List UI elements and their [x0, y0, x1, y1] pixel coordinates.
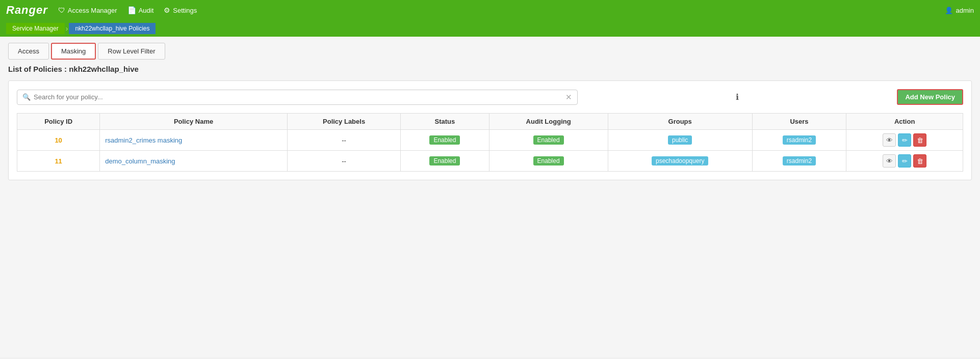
- cell-status: Enabled: [401, 151, 489, 172]
- page-title: List of Policies : nkh22whcllap_hive: [8, 65, 972, 73]
- username-label: admin: [956, 7, 974, 14]
- col-action: Action: [846, 114, 963, 130]
- cell-audit-logging: Enabled: [489, 151, 608, 172]
- add-new-policy-button[interactable]: Add New Policy: [897, 89, 963, 105]
- cell-groups: psechadoopquery: [608, 151, 752, 172]
- audit-badge: Enabled: [533, 135, 564, 145]
- gear-icon: ⚙: [164, 6, 170, 14]
- view-icon[interactable]: 👁: [883, 154, 896, 168]
- cell-policy-name: demo_column_masking: [100, 151, 288, 172]
- col-audit-logging: Audit Logging: [489, 114, 608, 130]
- delete-icon[interactable]: 🗑: [913, 154, 926, 168]
- nav-settings[interactable]: ⚙ Settings: [164, 6, 197, 14]
- user-icon: 👤: [945, 7, 953, 14]
- search-clear-icon[interactable]: ✕: [565, 93, 572, 102]
- status-badge: Enabled: [429, 135, 460, 145]
- table-row: 11 demo_column_masking -- Enabled Enable…: [17, 151, 963, 172]
- cell-policy-name: rsadmin2_crimes masking: [100, 130, 288, 151]
- breadcrumb-bar: Service Manager › nkh22whcllap_hive Poli…: [0, 20, 980, 37]
- audit-badge: Enabled: [533, 156, 564, 165]
- edit-icon[interactable]: ✏: [898, 133, 911, 147]
- user-badge: rsadmin2: [783, 156, 816, 165]
- policy-name-link[interactable]: rsadmin2_crimes masking: [105, 136, 182, 144]
- navbar-left: Ranger 🛡 Access Manager 📄 Audit ⚙ Settin…: [6, 4, 197, 17]
- cell-policy-labels: --: [287, 151, 400, 172]
- cell-groups: public: [608, 130, 752, 151]
- cell-policy-id: 11: [17, 151, 100, 172]
- search-input[interactable]: [34, 93, 565, 101]
- policies-table: Policy ID Policy Name Policy Labels Stat…: [17, 113, 963, 172]
- col-policy-name: Policy Name: [100, 114, 288, 130]
- breadcrumb-service-manager[interactable]: Service Manager: [6, 23, 65, 34]
- cell-audit-logging: Enabled: [489, 130, 608, 151]
- status-badge: Enabled: [429, 156, 460, 165]
- main-card: 🔍 ✕ ℹ Add New Policy Policy ID Policy Na…: [8, 80, 972, 180]
- group-badge: psechadoopquery: [652, 156, 708, 165]
- col-status: Status: [401, 114, 489, 130]
- group-badge: public: [668, 135, 692, 145]
- user-info: 👤 admin: [945, 7, 974, 14]
- cell-action: 👁 ✏ 🗑: [846, 151, 963, 172]
- action-icons: 👁 ✏ 🗑: [852, 154, 958, 168]
- action-icons: 👁 ✏ 🗑: [852, 133, 958, 147]
- search-icon: 🔍: [22, 93, 31, 101]
- content-area: Access Masking Row Level Filter List of …: [0, 37, 980, 357]
- cell-users: rsadmin2: [752, 151, 846, 172]
- policy-tabs: Access Masking Row Level Filter: [8, 43, 972, 60]
- brand-logo: Ranger: [6, 4, 48, 17]
- table-row: 10 rsadmin2_crimes masking -- Enabled En…: [17, 130, 963, 151]
- nav-audit[interactable]: 📄 Audit: [127, 6, 154, 14]
- cell-action: 👁 ✏ 🗑: [846, 130, 963, 151]
- navbar: Ranger 🛡 Access Manager 📄 Audit ⚙ Settin…: [0, 0, 980, 20]
- edit-icon[interactable]: ✏: [898, 154, 911, 168]
- cell-policy-labels: --: [287, 130, 400, 151]
- policy-name-link[interactable]: demo_column_masking: [105, 157, 175, 165]
- audit-icon: 📄: [127, 6, 136, 14]
- search-wrapper: 🔍 ✕: [17, 90, 578, 105]
- cell-policy-id: 10: [17, 130, 100, 151]
- col-groups: Groups: [608, 114, 752, 130]
- table-body: 10 rsadmin2_crimes masking -- Enabled En…: [17, 130, 963, 172]
- cell-users: rsadmin2: [752, 130, 846, 151]
- table-header: Policy ID Policy Name Policy Labels Stat…: [17, 114, 963, 130]
- cell-status: Enabled: [401, 130, 489, 151]
- tab-access[interactable]: Access: [8, 43, 49, 60]
- col-policy-id: Policy ID: [17, 114, 100, 130]
- col-policy-labels: Policy Labels: [287, 114, 400, 130]
- tab-masking[interactable]: Masking: [51, 43, 96, 60]
- delete-icon[interactable]: 🗑: [913, 133, 926, 147]
- view-icon[interactable]: 👁: [883, 133, 896, 147]
- user-badge: rsadmin2: [783, 135, 816, 145]
- shield-icon: 🛡: [58, 6, 65, 14]
- breadcrumb-arrow: ›: [66, 24, 68, 33]
- search-row: 🔍 ✕ ℹ Add New Policy: [17, 89, 963, 105]
- col-users: Users: [752, 114, 846, 130]
- info-icon: ℹ: [736, 92, 739, 102]
- breadcrumb-policies[interactable]: nkh22whcllap_hive Policies: [69, 23, 156, 34]
- tab-row-level-filter[interactable]: Row Level Filter: [98, 43, 165, 60]
- nav-access-manager[interactable]: 🛡 Access Manager: [58, 6, 117, 14]
